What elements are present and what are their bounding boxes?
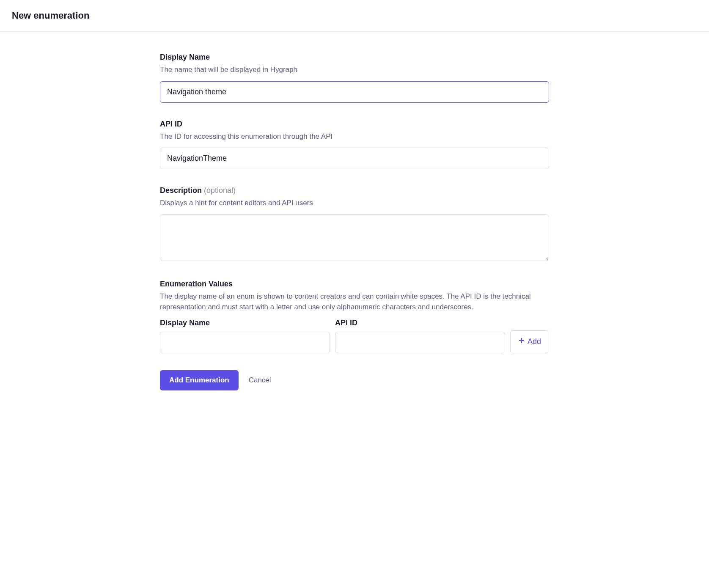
enum-value-display-name-col: Display Name bbox=[160, 319, 330, 353]
enum-value-api-id-input[interactable] bbox=[335, 332, 505, 353]
api-id-input[interactable] bbox=[160, 148, 549, 169]
enum-value-display-name-label: Display Name bbox=[160, 319, 330, 327]
description-field-group: Description (optional) Displays a hint f… bbox=[160, 186, 549, 263]
display-name-hint: The name that will be displayed in Hygra… bbox=[160, 64, 549, 75]
api-id-label: API ID bbox=[160, 120, 549, 129]
add-value-button[interactable]: Add bbox=[510, 330, 549, 353]
enum-values-label: Enumeration Values bbox=[160, 280, 549, 289]
form-actions: Add Enumeration Cancel bbox=[160, 370, 549, 390]
enum-value-display-name-input[interactable] bbox=[160, 332, 330, 353]
description-hint: Displays a hint for content editors and … bbox=[160, 198, 549, 209]
add-value-label: Add bbox=[528, 337, 541, 346]
plus-icon bbox=[518, 337, 525, 346]
form-content: Display Name The name that will be displ… bbox=[143, 32, 566, 412]
description-textarea[interactable] bbox=[160, 214, 549, 261]
api-id-field-group: API ID The ID for accessing this enumera… bbox=[160, 120, 549, 170]
description-label: Description (optional) bbox=[160, 186, 549, 195]
enum-values-row: Display Name API ID Add bbox=[160, 319, 549, 353]
add-enumeration-button[interactable]: Add Enumeration bbox=[160, 370, 239, 390]
cancel-button[interactable]: Cancel bbox=[249, 376, 271, 385]
display-name-label: Display Name bbox=[160, 53, 549, 62]
enum-values-field-group: Enumeration Values The display name of a… bbox=[160, 280, 549, 353]
page-title: New enumeration bbox=[12, 10, 697, 21]
api-id-hint: The ID for accessing this enumeration th… bbox=[160, 131, 549, 142]
display-name-input[interactable] bbox=[160, 81, 549, 103]
display-name-field-group: Display Name The name that will be displ… bbox=[160, 53, 549, 103]
description-label-text: Description bbox=[160, 186, 202, 195]
enum-values-hint: The display name of an enum is shown to … bbox=[160, 291, 549, 313]
page-header: New enumeration bbox=[0, 0, 709, 32]
description-optional-text: (optional) bbox=[204, 186, 236, 195]
enum-value-api-id-label: API ID bbox=[335, 319, 505, 327]
enum-value-api-id-col: API ID bbox=[335, 319, 505, 353]
